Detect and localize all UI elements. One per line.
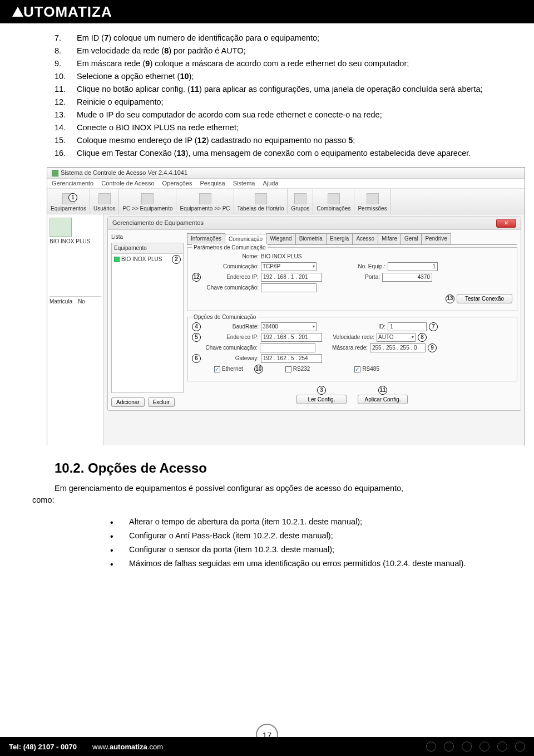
- top-banner: UTOMATIZA: [0, 0, 534, 23]
- callout-10: 10: [254, 365, 263, 374]
- instruction-item: 11.Clique no botão aplicar config. (11) …: [55, 84, 502, 95]
- fieldset-legend-2: Opções de Comunicação: [192, 313, 258, 322]
- endereco2-field[interactable]: 192 . 168 . 5 . 201: [261, 333, 322, 342]
- instruction-list: 7.Em ID (7) coloque um numero de identif…: [32, 32, 502, 159]
- toolbar-icon: [98, 193, 111, 204]
- logo: UTOMATIZA: [12, 3, 112, 21]
- panel-title: Gerenciamento de Equipamentos: [112, 219, 204, 228]
- test-conn-button[interactable]: Testar Conexão: [457, 294, 512, 303]
- velocidade-select[interactable]: AUTO: [377, 333, 416, 342]
- rs485-checkbox[interactable]: RS485: [354, 365, 379, 374]
- toolbar-item[interactable]: Permissões: [354, 189, 390, 214]
- gateway-label: Gateway:: [203, 355, 259, 363]
- section-paragraph-2: como:: [32, 494, 502, 506]
- section-heading: 10.2. Opções de Acesso: [55, 459, 502, 478]
- nome-value: BIO INOX PLUS: [261, 253, 301, 261]
- add-button[interactable]: Adicionar: [111, 397, 145, 407]
- col-no: No: [78, 298, 85, 306]
- tab[interactable]: Pendrive: [421, 233, 451, 244]
- callout-7: 7: [429, 322, 438, 331]
- col-matricula: Matrícula: [50, 298, 72, 306]
- list-item[interactable]: BIO INOX PLUS 2: [112, 254, 183, 265]
- velocidade-label: Velocidade rede:: [324, 333, 374, 342]
- menu-item[interactable]: Ajuda: [263, 180, 278, 186]
- device-icon[interactable]: [50, 218, 72, 237]
- footer-decoration: [426, 742, 525, 752]
- logo-triangle-icon: [12, 7, 23, 17]
- equipment-list[interactable]: Equipamento BIO INOX PLUS 2: [111, 243, 184, 393]
- tab[interactable]: Informações: [187, 233, 225, 244]
- toolbar-icon: [255, 193, 267, 204]
- instruction-item: 13.Mude o IP do seu computador de acordo…: [55, 109, 502, 121]
- fieldset-legend: Parâmetros de Comunicação: [192, 244, 268, 252]
- app-icon: [52, 170, 58, 176]
- read-config-button[interactable]: Ler Config.: [296, 395, 347, 404]
- equipment-panel: Gerenciamento de Equipamentos ✕ Lista Eq…: [107, 217, 521, 411]
- id-field[interactable]: 1: [388, 322, 427, 331]
- bullet-item: Máximos de falhas seguidas em uma identi…: [110, 558, 502, 570]
- callout-8: 8: [418, 333, 427, 342]
- tab[interactable]: Biometria: [295, 233, 327, 244]
- toolbar-item[interactable]: Usuários: [90, 189, 119, 214]
- tab[interactable]: Acesso: [352, 233, 378, 244]
- footer-url: www.automatiza.com: [92, 743, 163, 751]
- list-column-header: Equipamento: [112, 243, 183, 254]
- mascara-label: Máscara rede:: [318, 344, 368, 352]
- gateway-field[interactable]: 192 . 162 . 5 . 254: [261, 354, 322, 363]
- nome-label: Nome:: [192, 253, 259, 261]
- chave-field[interactable]: [261, 283, 317, 292]
- noequip-label: No. Equip.:: [330, 263, 385, 271]
- menu-item[interactable]: Pesquisa: [200, 180, 225, 186]
- mascara-field[interactable]: 255 . 255 . 255 . 0: [370, 343, 426, 352]
- menu-item[interactable]: Operações: [162, 180, 192, 186]
- rs232-checkbox[interactable]: RS232: [285, 365, 310, 374]
- toolbar-item[interactable]: Combinações: [313, 189, 354, 214]
- endereco-label: Endereco IP:: [203, 273, 259, 282]
- menu-item[interactable]: Sistema: [233, 180, 255, 186]
- ethernet-checkbox[interactable]: Ethernet: [214, 365, 243, 374]
- toolbar-item[interactable]: Tabelas de Horário: [234, 189, 288, 214]
- bullet-item: Configurar o Antí Pass-Back (item 10.2.2…: [110, 530, 502, 542]
- menubar: GerenciamentoControle de AcessoOperações…: [47, 179, 525, 189]
- app-screenshot: Sistema de Controle de Acesso Ver 2.4.4.…: [47, 167, 525, 445]
- window-titlebar: Sistema de Controle de Acesso Ver 2.4.4.…: [47, 168, 525, 179]
- baud-select[interactable]: 38400: [261, 322, 317, 331]
- footer-banner: Tel: (48) 2107 - 0070 www.automatiza.com: [0, 737, 534, 756]
- tab[interactable]: Wiegand: [266, 233, 295, 244]
- comunicacao-select[interactable]: TCP/IP: [261, 262, 317, 271]
- porta-label: Porta:: [330, 273, 380, 282]
- tab[interactable]: Energia: [326, 233, 353, 244]
- toolbar-label: Equipamentos: [51, 205, 86, 213]
- toolbar-icon: [328, 193, 340, 204]
- close-button[interactable]: ✕: [496, 219, 516, 228]
- endereco-field[interactable]: 192 . 168 . 1 . 201: [261, 273, 322, 282]
- instruction-item: 15.Coloque mesmo endereço de IP (12) cad…: [55, 135, 502, 146]
- menu-item[interactable]: Gerenciamento: [52, 180, 93, 186]
- toolbar-item[interactable]: Grupos: [288, 189, 313, 214]
- chave2-field[interactable]: [260, 343, 315, 352]
- delete-button[interactable]: Excluir: [148, 397, 175, 407]
- callout-2: 2: [172, 255, 181, 264]
- instruction-item: 12.Reinicie o equipamento;: [55, 96, 502, 108]
- porta-field[interactable]: 4370: [382, 273, 432, 282]
- toolbar-icon: [367, 193, 379, 204]
- tab[interactable]: Geral: [400, 233, 422, 244]
- toolbar-label: Usuários: [93, 205, 115, 213]
- toolbar-label: Permissões: [358, 205, 387, 213]
- callout-11: 11: [378, 386, 387, 395]
- toolbar-item[interactable]: Equipamento >> PC: [176, 189, 234, 214]
- toolbar-icon: [294, 193, 306, 204]
- instruction-item: 16.Clique em Testar Conexão (13), uma me…: [55, 148, 502, 159]
- instruction-item: 8.Em velocidade da rede (8) por padrão é…: [55, 45, 502, 57]
- toolbar-item[interactable]: Equipamentos: [47, 189, 90, 214]
- apply-config-button[interactable]: Aplicar Config.: [358, 395, 408, 404]
- page-content: 7.Em ID (7) coloque um numero de identif…: [0, 23, 534, 570]
- toolbar-label: Grupos: [291, 205, 309, 213]
- toolbar-item[interactable]: PC >> Equipamento: [119, 189, 176, 214]
- noequip-field[interactable]: 1: [388, 262, 438, 271]
- tab[interactable]: Mifare: [378, 233, 401, 244]
- callout-3: 3: [317, 386, 326, 395]
- matricula-header: Matrícula No: [50, 296, 101, 306]
- callout-13: 13: [446, 294, 454, 303]
- menu-item[interactable]: Controle de Acesso: [101, 180, 154, 186]
